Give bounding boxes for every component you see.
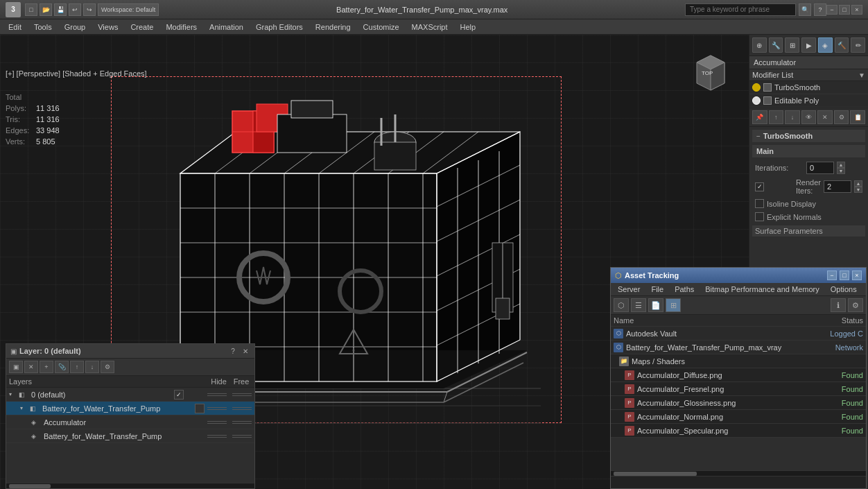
asset-menu-bitmap[interactable]: Bitmap Performance and Memory xyxy=(701,284,823,294)
ts-render-iters-up[interactable]: ▲ xyxy=(854,180,862,187)
menu-create[interactable]: Create xyxy=(125,22,159,33)
hierarchy-tab[interactable]: ⊞ xyxy=(785,37,799,53)
ts-main-header[interactable]: Main xyxy=(752,145,865,157)
layer-help-button[interactable]: ? xyxy=(228,346,238,356)
close-button[interactable]: × xyxy=(851,5,862,15)
new-file-btn[interactable]: □ xyxy=(25,3,37,16)
asset-tb-btn3[interactable]: 📄 xyxy=(648,298,663,312)
layer-row-battery[interactable]: ▾ ◧ Battery_for_Water_Transfer_Pump xyxy=(6,402,254,415)
asset-tb-info-btn[interactable]: ℹ xyxy=(831,298,846,312)
ts-render-iters-input[interactable] xyxy=(824,180,851,193)
layer-btn6[interactable]: ↓ xyxy=(85,361,99,373)
ts-render-iters-checkbox[interactable] xyxy=(755,182,764,191)
layer-row-battery-obj[interactable]: ◈ Battery_for_Water_Transfer_Pump xyxy=(6,429,254,443)
menu-help[interactable]: Help xyxy=(455,22,482,33)
layer-scroll-thumb[interactable] xyxy=(9,484,51,488)
mod-pin-btn[interactable]: 📌 xyxy=(752,110,767,124)
asset-menu-file[interactable]: File xyxy=(647,284,668,294)
ts-isoline-checkbox[interactable] xyxy=(755,199,764,208)
asset-menu-server[interactable]: Server xyxy=(614,284,644,294)
menu-tools[interactable]: Tools xyxy=(28,22,58,33)
asset-close-button[interactable]: × xyxy=(852,271,862,280)
redo-btn[interactable]: ↪ xyxy=(83,3,96,16)
layer-btn4[interactable]: 📎 xyxy=(55,361,69,373)
asset-row-fresnel[interactable]: P Accumulator_Fresnel.png Found xyxy=(611,382,866,396)
restore-button[interactable]: □ xyxy=(839,5,850,15)
layer-btn7[interactable]: ⚙ xyxy=(101,361,114,373)
mod-delete-btn[interactable]: ✕ xyxy=(817,110,833,124)
asset-row-maps[interactable]: 📁 Maps / Shaders xyxy=(611,354,866,368)
layer-check-default[interactable] xyxy=(174,390,184,400)
asset-row-specular[interactable]: P Accumulator_Specular.png Found xyxy=(611,424,866,438)
ts-render-iters-label xyxy=(755,182,793,191)
asset-menu-options[interactable]: Options xyxy=(826,284,861,294)
layer-scrollbar[interactable] xyxy=(6,483,254,488)
mod-paste-btn[interactable]: 📋 xyxy=(850,110,865,124)
asset-tb-btn4[interactable]: ⊞ xyxy=(666,298,681,312)
layer-delete-btn[interactable]: ✕ xyxy=(24,361,38,373)
nav-cube[interactable]: TOP xyxy=(686,49,735,97)
editable-poly-modifier[interactable]: Editable Poly xyxy=(749,94,868,108)
asset-tb-btn2[interactable]: ☰ xyxy=(631,298,646,312)
mod-move-up-btn[interactable]: ↑ xyxy=(769,110,784,124)
asset-restore-button[interactable]: □ xyxy=(840,271,849,280)
create-tab[interactable]: ⊕ xyxy=(752,37,767,53)
viewport-label[interactable]: [+] [Perspective] [Shaded + Edged Faces] xyxy=(6,69,147,78)
mod-show-btn[interactable]: 👁 xyxy=(801,110,817,124)
minimize-button[interactable]: − xyxy=(826,5,837,15)
asset-scroll-thumb[interactable] xyxy=(614,472,697,476)
asset-row-battery-file[interactable]: ⬡ Battery_for_Water_Transfer_Pump_max_vr… xyxy=(611,341,866,354)
ts-render-iters-down[interactable]: ▼ xyxy=(854,187,862,193)
layer-select-btn[interactable]: ▣ xyxy=(9,361,23,373)
menu-graph-editors[interactable]: Graph Editors xyxy=(250,22,309,33)
menu-views[interactable]: Views xyxy=(92,22,123,33)
undo-btn[interactable]: ↩ xyxy=(69,3,81,16)
menu-rendering[interactable]: Rendering xyxy=(310,22,356,33)
motion-tab[interactable]: ▶ xyxy=(801,37,816,53)
search-input[interactable] xyxy=(685,3,796,16)
workspace-btn[interactable]: Workspace: Default xyxy=(98,3,159,16)
modify-tab[interactable]: 🔧 xyxy=(769,37,783,53)
asset-minimize-button[interactable]: − xyxy=(827,271,837,280)
surface-params-header[interactable]: Surface Parameters xyxy=(752,225,865,237)
display-tab[interactable]: ◈ xyxy=(818,37,833,53)
mod-config-btn[interactable]: ⚙ xyxy=(834,110,849,124)
ts-explicit-checkbox[interactable] xyxy=(755,212,764,221)
editable-poly-checkbox[interactable] xyxy=(763,96,772,105)
search-btn[interactable]: 🔍 xyxy=(799,3,811,16)
asset-menu-paths[interactable]: Paths xyxy=(670,284,698,294)
layer-btn5[interactable]: ↑ xyxy=(70,361,84,373)
asset-row-diffuse[interactable]: P Accumulator_Diffuse.png Found xyxy=(611,368,866,382)
asset-scrollbar[interactable] xyxy=(611,470,866,476)
open-file-btn[interactable]: 📂 xyxy=(40,3,52,16)
asset-row-glossiness[interactable]: P Accumulator_Glossiness.png Found xyxy=(611,396,866,410)
layer-add-btn[interactable]: + xyxy=(40,361,53,373)
menu-group[interactable]: Group xyxy=(59,22,92,33)
turbosmooth-checkbox[interactable] xyxy=(763,83,772,92)
modifier-list-header[interactable]: Modifier List ▼ xyxy=(749,69,868,81)
asset-row-normal[interactable]: P Accumulator_Normal.png Found xyxy=(611,410,866,424)
help-btn[interactable]: ? xyxy=(814,3,826,16)
menu-animation[interactable]: Animation xyxy=(204,22,249,33)
utilities-tab[interactable]: 🔨 xyxy=(835,37,849,53)
menu-edit[interactable]: Edit xyxy=(3,22,27,33)
extra-btn[interactable]: ✏ xyxy=(851,37,865,53)
asset-tb-btn1[interactable]: ⬡ xyxy=(614,298,629,312)
layer-row-accumulator[interactable]: ◈ Accumulator xyxy=(6,415,254,429)
layer-col-free-label: Free xyxy=(231,377,252,386)
asset-tb-settings-btn[interactable]: ⚙ xyxy=(848,298,863,312)
mod-move-dn-btn[interactable]: ↓ xyxy=(785,110,800,124)
asset-row-vault[interactable]: ⬡ Autodesk Vault Logged C xyxy=(611,327,866,341)
ts-header[interactable]: − TurboSmooth xyxy=(752,130,865,142)
layer-row-default[interactable]: ▾ ◧ 0 (default) xyxy=(6,388,254,402)
menu-modifiers[interactable]: Modifiers xyxy=(160,22,202,33)
menu-maxscript[interactable]: MAXScript xyxy=(406,22,453,33)
save-btn[interactable]: 💾 xyxy=(54,3,67,16)
ts-iterations-down[interactable]: ▼ xyxy=(837,168,845,174)
layer-box-battery[interactable] xyxy=(195,404,205,413)
turbosmooth-modifier[interactable]: TurboSmooth xyxy=(749,81,868,94)
ts-iterations-input[interactable] xyxy=(806,162,834,174)
menu-customize[interactable]: Customize xyxy=(358,22,405,33)
layer-close-button[interactable]: ✕ xyxy=(241,346,250,356)
ts-iterations-up[interactable]: ▲ xyxy=(837,162,845,168)
